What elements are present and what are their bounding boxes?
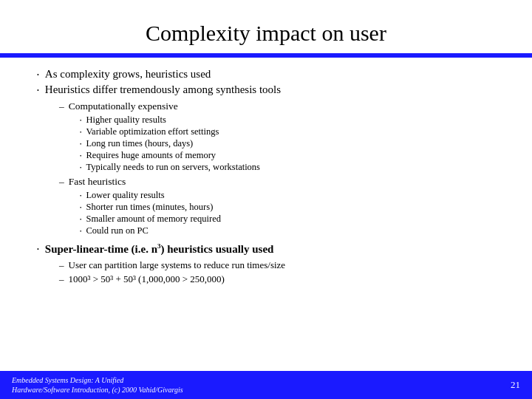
- content-area: • As complexity grows, heuristics used •…: [0, 58, 532, 295]
- title-area: Complexity impact on user: [0, 0, 532, 53]
- list-item: • Lower quality results: [80, 190, 495, 201]
- dash-icon-4: –: [59, 273, 64, 285]
- list-item: • Typically needs to run on servers, wor…: [80, 162, 495, 173]
- sub-bullet-icon: •: [80, 228, 81, 234]
- list-item: • Could run on PC: [80, 225, 495, 236]
- list-item: • Shorter run times (minutes, hours): [80, 202, 495, 213]
- slide: Complexity impact on user • As complexit…: [0, 0, 532, 399]
- super-linear-section: • Super-linear-time (i.e. n3) heuristics…: [37, 242, 495, 285]
- dash-icon-3: –: [59, 259, 64, 271]
- computationally-expensive-list: • Higher quality results • Variable opti…: [80, 115, 495, 173]
- dash-item-fast: – Fast heuristics: [59, 176, 495, 188]
- top-bullet-list: • As complexity grows, heuristics used •…: [37, 68, 495, 96]
- sub-bullet-icon: •: [80, 141, 81, 147]
- bullet-icon-3: •: [37, 246, 39, 253]
- dash-item-computationally: – Computationally expensive: [59, 100, 495, 112]
- sub-bullet-icon: •: [80, 165, 81, 171]
- bullet-icon-1: •: [37, 72, 39, 78]
- super-linear-label: Super-linear-time (i.e. n3) heuristics u…: [45, 242, 274, 256]
- footer-page-number: 21: [511, 379, 520, 391]
- top-bullet-2: • Heuristics differ tremendously among s…: [37, 83, 495, 96]
- footer-citation: Embedded Systems Design: A Unified Hardw…: [12, 375, 183, 395]
- list-item: • Variable optimization effort settings: [80, 126, 495, 137]
- dash-item-partition: – User can partition large systems to re…: [59, 259, 495, 271]
- sub-bullet-icon: •: [80, 193, 81, 199]
- super-linear-bullet: • Super-linear-time (i.e. n3) heuristics…: [37, 242, 495, 256]
- bullet-icon-2: •: [37, 87, 39, 94]
- sub-bullet-icon: •: [80, 205, 81, 211]
- dash-item-formula: – 1000³ > 50³ + 50³ (1,000,000 > 250,000…: [59, 273, 495, 285]
- list-item: • Long run times (hours, days): [80, 138, 495, 149]
- sub-bullet-icon: •: [80, 129, 81, 135]
- footer-bar: Embedded Systems Design: A Unified Hardw…: [0, 371, 532, 399]
- fast-heuristics-list: • Lower quality results • Shorter run ti…: [80, 190, 495, 236]
- list-item: • Smaller amount of memory required: [80, 214, 495, 225]
- super-linear-sub: – User can partition large systems to re…: [59, 259, 495, 285]
- dash-icon-1: –: [59, 100, 64, 112]
- list-item: • Requires huge amounts of memory: [80, 150, 495, 161]
- list-item: • Higher quality results: [80, 115, 495, 126]
- sub-section: – Computationally expensive • Higher qua…: [59, 100, 495, 236]
- dash-icon-2: –: [59, 176, 64, 188]
- sub-bullet-icon: •: [80, 117, 81, 123]
- sub-bullet-icon: •: [80, 153, 81, 159]
- sub-bullet-icon: •: [80, 216, 81, 222]
- slide-title: Complexity impact on user: [30, 21, 502, 46]
- top-bullet-1: • As complexity grows, heuristics used: [37, 68, 495, 81]
